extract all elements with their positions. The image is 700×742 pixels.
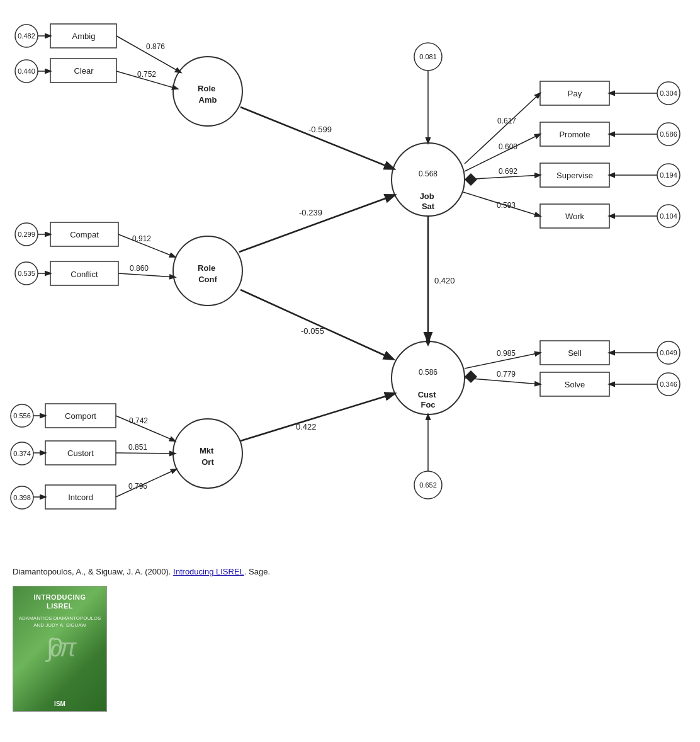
box-pay	[540, 81, 609, 105]
arrow-jobsat-work	[463, 192, 540, 216]
arrow-jobsat-supervise	[465, 175, 540, 180]
value-jobsat: 0.568	[419, 169, 438, 178]
circle-jobsat	[392, 143, 465, 216]
arrow-clear-roleamb	[116, 71, 178, 89]
coef-roleconf-jobsat: -0.239	[299, 208, 322, 217]
error-conflict-value: 0.535	[18, 270, 35, 277]
path-roleamb-jobsat	[240, 107, 393, 169]
error-custort-circle	[11, 442, 33, 465]
book-cover-subtitle: ADAMANTIOS DIAMANTOPOULOSAND JUDY A. SIG…	[19, 615, 101, 629]
label-pay: Pay	[568, 89, 582, 98]
error-custort-value: 0.374	[13, 450, 31, 457]
loading-work: 0.593	[497, 201, 516, 210]
citation-link[interactable]: Introducing LISREL	[173, 567, 244, 576]
error-intcord-circle	[11, 486, 33, 509]
circle-roleconf	[173, 236, 242, 305]
error-promote-circle	[657, 123, 680, 146]
circle-roleamb	[173, 57, 242, 126]
error-clear-value: 0.440	[18, 67, 35, 75]
arrow-intcord-mktort	[116, 469, 176, 497]
box-comport	[45, 404, 116, 428]
arrow-custfoc-sell	[465, 353, 540, 368]
disturbance-jobsat-value: 0.081	[419, 53, 437, 60]
book-cover-title: INTRODUCINGLISREL	[33, 593, 86, 611]
box-compat	[50, 222, 118, 246]
path-roleconf-jobsat	[239, 195, 394, 252]
circle-custfoc	[392, 341, 465, 414]
disturbance-jobsat-circle	[414, 43, 442, 71]
label-solve: Solve	[565, 380, 585, 389]
error-work-value: 0.104	[660, 212, 677, 220]
path-mktort-custfoc	[240, 394, 394, 441]
loading-clear: 0.752	[137, 70, 156, 79]
loading-solve: 0.779	[497, 370, 516, 379]
path-roleconf-custfoc	[240, 290, 393, 359]
error-solve-circle	[657, 373, 680, 396]
label-promote: Promote	[559, 130, 590, 139]
box-intcord	[45, 485, 116, 509]
book-publisher: ISM	[54, 700, 65, 707]
loading-custort: 0.851	[128, 443, 147, 452]
box-supervise	[540, 163, 609, 187]
arrow-jobsat-promote	[465, 134, 540, 171]
label-ambig: Ambig	[72, 31, 96, 41]
loading-intcord: 0.796	[128, 482, 147, 491]
error-promote-value: 0.586	[660, 130, 677, 138]
label-comport: Comport	[65, 411, 96, 421]
label-compat: Compat	[70, 230, 99, 239]
label-intcord: Intcord	[68, 493, 93, 502]
label-jobsat: Job Sat	[420, 191, 437, 211]
coef-mktort-custfoc: 0.422	[296, 422, 317, 431]
box-sell	[540, 341, 609, 365]
label-custfoc: Cust Foc	[418, 390, 439, 409]
box-promote	[540, 122, 609, 146]
loading-conflict: 0.860	[130, 264, 149, 273]
box-work	[540, 204, 609, 228]
coef-roleconf-custfoc: -0.055	[301, 326, 324, 336]
error-pay-circle	[657, 82, 680, 105]
loading-promote: 0.600	[499, 142, 517, 151]
citation-suffix: . Sage.	[244, 567, 270, 576]
box-ambig	[50, 24, 116, 48]
loading-comport: 0.742	[129, 416, 148, 425]
arrow-custort-mktort	[116, 453, 175, 454]
label-roleconf: Role Conf	[198, 263, 218, 284]
box-solve	[540, 372, 609, 396]
error-compat-value: 0.299	[18, 231, 35, 238]
label-work: Work	[565, 212, 585, 221]
circle-mktort	[173, 419, 242, 488]
book-cover: INTRODUCINGLISREL ADAMANTIOS DIAMANTOPOU…	[13, 586, 107, 712]
arrow-jobsat-pay	[465, 93, 540, 164]
error-intcord-value: 0.398	[13, 494, 31, 501]
arrow-custfoc-solve	[465, 378, 540, 384]
label-supervise: Supervise	[556, 171, 593, 180]
error-sell-value: 0.049	[660, 349, 677, 357]
loading-sell: 0.985	[497, 349, 516, 358]
label-sell: Sell	[568, 348, 582, 358]
error-comport-value: 0.556	[13, 412, 31, 420]
error-solve-value: 0.346	[660, 380, 677, 388]
arrow-compat-roleconf	[118, 234, 175, 257]
coef-jobsat-custfoc: 0.420	[434, 276, 455, 285]
arrow-conflict-roleconf	[118, 273, 175, 277]
loading-ambig: 0.876	[146, 42, 165, 51]
label-custort: Custort	[67, 448, 94, 458]
label-mktort: Mkt Ort	[200, 446, 216, 467]
error-supervise-circle	[657, 164, 680, 186]
box-conflict	[50, 261, 118, 285]
error-work-circle	[657, 205, 680, 227]
diamond-custfoc	[465, 370, 477, 383]
disturbance-custfoc-circle	[414, 471, 442, 499]
box-clear	[50, 59, 116, 83]
error-pay-value: 0.304	[660, 89, 677, 97]
citation-text: Diamantopoulos, A., & Siguaw, J. A. (200…	[13, 567, 173, 576]
loading-pay: 0.617	[497, 117, 516, 125]
coef-roleamb-jobsat: -0.599	[308, 125, 332, 134]
citation-area: Diamantopoulos, A., & Siguaw, J. A. (200…	[13, 567, 270, 576]
error-comport-circle	[11, 404, 33, 427]
label-conflict: Conflict	[71, 270, 98, 279]
arrow-ambig-roleamb	[116, 36, 181, 72]
disturbance-custfoc-value: 0.652	[419, 481, 437, 489]
loading-supervise: 0.692	[499, 167, 517, 176]
value-custfoc: 0.586	[419, 368, 438, 377]
